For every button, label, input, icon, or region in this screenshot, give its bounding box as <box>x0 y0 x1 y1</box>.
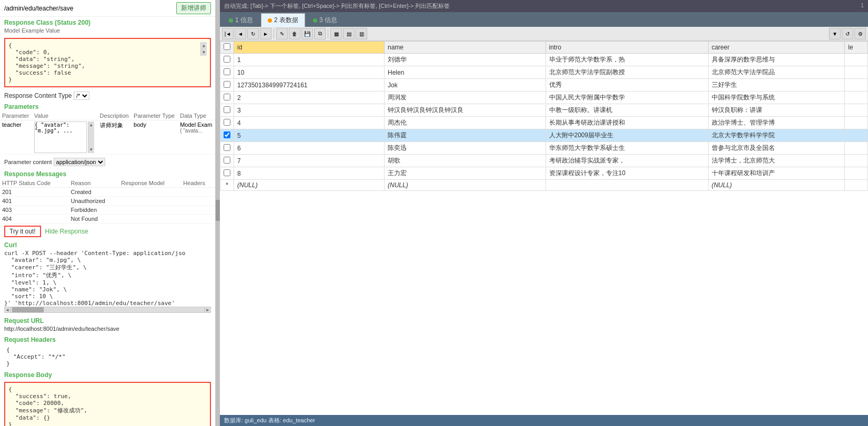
scroll-down-arrow[interactable]: ▼ <box>201 49 206 56</box>
row-check-2[interactable] <box>224 81 230 88</box>
param-row-teacher: teacher { "avatar": "m.jpg", ... ▲ ▼ 讲师对… <box>0 120 215 155</box>
cell-intro <box>546 180 708 191</box>
cell-career: 钟汉良职称：讲课 <box>708 104 845 117</box>
row-check-0[interactable] <box>224 56 230 63</box>
toolbar-add[interactable]: ✎ <box>276 28 288 39</box>
data-table-container: id name intro career le 1 刘德华 毕业于师范大学数学系… <box>220 41 868 415</box>
response-body-content: { "success": true, "code": 20000, "messa… <box>8 386 207 426</box>
tab-2[interactable]: 2 表数据 <box>261 13 305 27</box>
row-check-4[interactable] <box>224 106 230 113</box>
param-editor-scrollbar[interactable]: ▲ ▼ <box>88 121 94 153</box>
toolbar-nav-prev[interactable]: ◄ <box>235 28 246 39</box>
row-check-8[interactable] <box>224 157 230 164</box>
cell-career: 法学博士，北京师范大 <box>708 155 845 167</box>
resp-status-code: 401 <box>0 197 69 206</box>
cell-id: 4 <box>234 117 385 129</box>
cell-le <box>845 117 868 129</box>
param-type: body <box>132 120 178 155</box>
cell-name: 胡歌 <box>384 155 546 167</box>
cell-id: 8 <box>234 167 385 180</box>
cell-career: 政治学博士、管理学博 <box>708 117 845 129</box>
model-example-label: Model Example Value <box>0 27 215 36</box>
param-value-editor[interactable]: { "avatar": "m.jpg", ... <box>34 121 87 153</box>
resp-status-code: 201 <box>0 188 69 197</box>
cell-name: 周润发 <box>384 92 546 104</box>
toolbar-delete[interactable]: 🗑 <box>289 28 300 39</box>
response-content-type-select[interactable]: /* <box>74 92 89 100</box>
table-row: 2 周润发 中国人民大学附属中学数学 中国科学院数学与系统 <box>220 92 868 104</box>
response-body-box: { "success": true, "code": 20000, "messa… <box>4 382 211 426</box>
toolbar: |◄ ◄ ↻ ► ✎ 🗑 💾 ⧉ ▦ ▤ ▥ ▼ ↺ ⚙ <box>220 27 868 41</box>
response-message-row: 404 Not Found <box>0 215 215 224</box>
row-check-3[interactable] <box>224 94 230 100</box>
col-intro: intro <box>546 42 708 54</box>
row-check-1[interactable] <box>224 68 230 75</box>
table-row: 6 陈奕迅 华东师范大学数学系硕士生 曾参与北京市及全国名 <box>220 142 868 155</box>
param-content-select[interactable]: application/json <box>54 158 105 166</box>
cell-id: 7 <box>234 155 385 167</box>
cell-id: 3 <box>234 104 385 117</box>
scroll-up-arrow[interactable]: ▲ <box>201 42 206 49</box>
toolbar-filter-btn[interactable]: ▼ <box>829 28 841 39</box>
table-row: 1 刘德华 毕业于师范大学数学系，热 具备深厚的数学思维与 <box>220 54 868 66</box>
try-it-button[interactable]: Try it out! <box>4 226 41 237</box>
try-it-row: Try it out! Hide Response <box>0 224 215 239</box>
row-check-5[interactable] <box>224 119 230 126</box>
row-star: * <box>220 180 234 191</box>
row-checkbox <box>220 54 234 66</box>
tab-bar: 1 信息2 表数据3 信息 <box>220 12 868 27</box>
cell-le <box>845 79 868 92</box>
toolbar-nav-next[interactable]: ► <box>260 28 271 39</box>
param-description: 讲师对象 <box>98 120 132 155</box>
table-row: 10 Helen 北京师范大学法学院副教授 北京师范大学法学院品 <box>220 66 868 79</box>
curl-scroll-left[interactable]: ◄ <box>4 307 11 313</box>
row-check-7[interactable] <box>224 144 230 151</box>
tab-1[interactable]: 1 信息 <box>222 13 260 27</box>
cell-id: (NULL) <box>234 180 385 191</box>
tab-3[interactable]: 3 信息 <box>306 13 344 27</box>
param-scroll-up[interactable]: ▲ <box>88 121 94 128</box>
request-headers-content: { "Accept": "*/*" } <box>4 344 211 369</box>
response-messages-table: HTTP Status Code Reason Response Model H… <box>0 179 215 224</box>
hide-response-link[interactable]: Hide Response <box>45 228 88 235</box>
cell-name: 钟汉良钟汉良钟汉良钟汉良 <box>384 104 546 117</box>
toolbar-refresh-btn[interactable]: ↺ <box>842 28 853 39</box>
col-le: le <box>845 42 868 54</box>
row-check-6[interactable] <box>224 131 230 138</box>
panel-divider[interactable] <box>216 0 220 426</box>
col-career: career <box>708 42 845 54</box>
cell-le <box>845 180 868 191</box>
new-teacher-button[interactable]: 新增讲师 <box>176 2 211 14</box>
toolbar-col3[interactable]: ▥ <box>356 28 367 39</box>
param-col-type: Parameter Type <box>132 111 178 120</box>
cell-career: 具备深厚的数学思维与 <box>708 54 845 66</box>
resp-status-code: 404 <box>0 215 69 224</box>
curl-h-scrollbar[interactable] <box>11 307 205 313</box>
toolbar-save[interactable]: 💾 <box>301 28 313 39</box>
row-checkbox <box>220 66 234 79</box>
toolbar-settings-btn[interactable]: ⚙ <box>854 28 866 39</box>
toolbar-sep-1 <box>274 29 274 38</box>
response-scrollbar-v[interactable]: ▲ ▼ <box>200 42 207 56</box>
row-check-9[interactable] <box>224 169 230 176</box>
endpoint-path: /admin/edu/teacher/save <box>4 5 73 12</box>
param-scroll-down[interactable]: ▼ <box>88 146 94 153</box>
divider-handle[interactable] <box>216 200 220 221</box>
toolbar-col1[interactable]: ▦ <box>330 28 342 39</box>
toolbar-refresh[interactable]: ↻ <box>247 28 259 39</box>
toolbar-nav-first[interactable]: |◄ <box>222 28 234 39</box>
cell-career: 曾参与北京市及全国名 <box>708 142 845 155</box>
toolbar-copy[interactable]: ⧉ <box>314 28 326 39</box>
row-checkbox <box>220 142 234 155</box>
curl-label: Curl <box>0 239 215 250</box>
toolbar-col2[interactable]: ▤ <box>343 28 355 39</box>
cell-le <box>845 167 868 180</box>
cell-le <box>845 155 868 167</box>
row-checkbox <box>220 117 234 129</box>
response-content-type-row: Response Content Type /* <box>0 89 215 102</box>
table-row: 12735013849997724161 Jok 优秀 三好学生 <box>220 79 868 92</box>
curl-scroll-right[interactable]: ► <box>205 307 211 313</box>
request-headers-label: Request Headers <box>0 334 215 344</box>
response-message-row: 201 Created <box>0 188 215 197</box>
select-all-checkbox[interactable] <box>224 43 230 50</box>
